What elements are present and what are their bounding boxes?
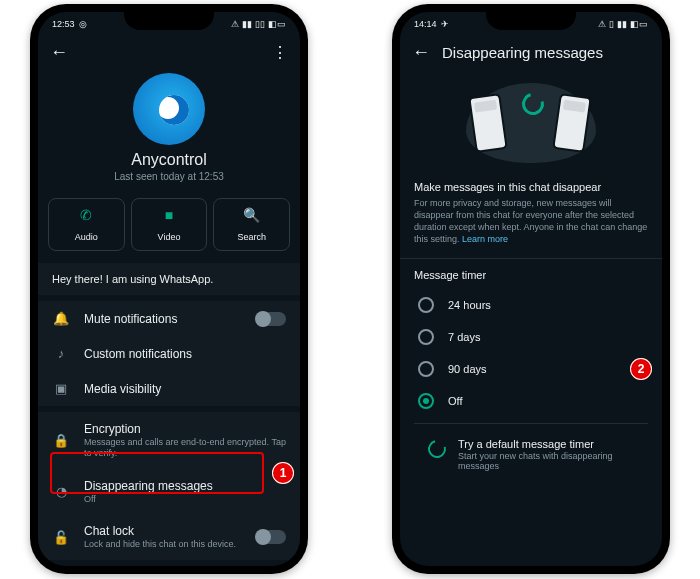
mute-row[interactable]: 🔔 Mute notifications [38,301,300,336]
back-button[interactable]: ← [50,42,68,63]
page-title: Disappearing messages [442,44,650,61]
video-icon: ■ [134,207,205,223]
dm-sub: Off [84,494,286,505]
default-timer-tip[interactable]: Try a default message timer Start your n… [414,423,648,485]
audio-call-button[interactable]: ✆ Audio [48,198,125,251]
app-bar: ← ⋮ [38,36,300,69]
radio-icon [418,329,434,345]
profile-section: Anycontrol Last seen today at 12:53 [38,69,300,190]
chatlock-sub: Lock and hide this chat on this device. [84,539,242,550]
tip-sub: Start your new chats with disappearing m… [458,451,634,471]
learn-more-link[interactable]: Learn more [462,234,508,244]
last-seen: Last seen today at 12:53 [114,171,224,182]
timer-icon [425,436,450,461]
action-row: ✆ Audio ■ Video 🔍 Search [38,190,300,259]
phone-icon: ✆ [51,207,122,223]
media-label: Media visibility [84,382,286,396]
status-time: 12:53 [52,19,75,29]
chatlock-title: Chat lock [84,524,242,538]
info-block: Make messages in this chat disappear For… [400,173,662,259]
radio-7d[interactable]: 7 days [414,321,648,353]
about-section: Hey there! I am using WhatsApp. [38,263,300,295]
padlock-icon: 🔓 [52,530,70,545]
video-label: Video [158,232,181,242]
dm-title: Disappearing messages [84,479,286,493]
video-call-button[interactable]: ■ Video [131,198,208,251]
tip-title: Try a default message timer [458,438,634,450]
radio-icon [418,297,434,313]
notch [486,12,576,30]
radio-label: Off [448,395,462,407]
timer-icon: ◔ [52,484,70,499]
search-icon: 🔍 [216,207,287,223]
screen-left: 12:53 ◎ ⚠▮▮▯▯◧▭ ← ⋮ Anycontrol Last seen… [38,12,300,566]
bell-icon: 🔔 [52,311,70,326]
app-bar: ← Disappearing messages [400,36,662,69]
phone-right: 14:14 ✈ ⚠▯▮▮◧▭ ← Disappearing messages M… [392,4,670,574]
status-right-icons: ⚠▮▮▯▯◧▭ [231,19,286,29]
lock-icon: 🔒 [52,433,70,448]
status-time: 14:14 [414,19,437,29]
status-icon: ◎ [79,19,87,29]
divider [38,560,300,566]
contact-name: Anycontrol [131,151,207,169]
back-button[interactable]: ← [412,42,430,63]
radio-24h[interactable]: 24 hours [414,289,648,321]
avatar[interactable] [133,73,205,145]
radio-icon [418,361,434,377]
mute-label: Mute notifications [84,312,242,326]
search-label: Search [237,232,266,242]
chatlock-toggle[interactable] [256,530,286,544]
chat-lock-row[interactable]: 🔓 Chat lock Lock and hide this chat on t… [38,514,300,560]
info-heading: Make messages in this chat disappear [414,181,648,193]
timer-title: Message timer [414,269,648,281]
radio-icon-selected [418,393,434,409]
radio-90d[interactable]: 90 days [414,353,648,385]
phone-left: 12:53 ◎ ⚠▮▮▯▯◧▭ ← ⋮ Anycontrol Last seen… [30,4,308,574]
radio-off[interactable]: Off [414,385,648,417]
info-body: For more privacy and storage, new messag… [414,197,648,246]
radio-label: 7 days [448,331,480,343]
more-menu-button[interactable]: ⋮ [272,43,288,62]
about-text: Hey there! I am using WhatsApp. [52,273,213,285]
note-icon: ♪ [52,346,70,361]
encryption-row[interactable]: 🔒 Encryption Messages and calls are end-… [38,412,300,469]
encryption-title: Encryption [84,422,286,436]
custom-label: Custom notifications [84,347,286,361]
notch [124,12,214,30]
radio-label: 90 days [448,363,487,375]
audio-label: Audio [75,232,98,242]
illustration [400,73,662,173]
radio-label: 24 hours [448,299,491,311]
custom-notifications-row[interactable]: ♪ Custom notifications [38,336,300,371]
annotation-badge-1: 1 [272,462,294,484]
search-button[interactable]: 🔍 Search [213,198,290,251]
image-icon: ▣ [52,381,70,396]
mute-toggle[interactable] [256,312,286,326]
annotation-badge-2: 2 [630,358,652,380]
message-timer-block: Message timer 24 hours 7 days 90 days Of… [400,259,662,495]
telegram-icon: ✈ [441,19,449,29]
media-visibility-row[interactable]: ▣ Media visibility [38,371,300,406]
status-right-icons: ⚠▯▮▮◧▭ [598,19,648,29]
disappearing-messages-row[interactable]: ◔ Disappearing messages Off [38,469,300,515]
screen-right: 14:14 ✈ ⚠▯▮▮◧▭ ← Disappearing messages M… [400,12,662,566]
encryption-sub: Messages and calls are end-to-end encryp… [84,437,286,459]
